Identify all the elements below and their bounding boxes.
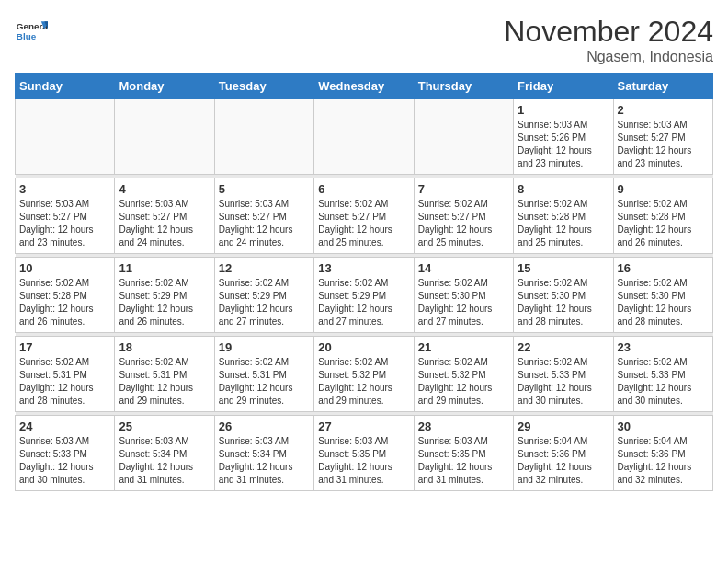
day-cell: 26Sunrise: 5:03 AM Sunset: 5:34 PM Dayli… bbox=[214, 416, 313, 491]
day-info: Sunrise: 5:03 AM Sunset: 5:27 PM Dayligh… bbox=[618, 119, 709, 170]
day-cell: 7Sunrise: 5:02 AM Sunset: 5:27 PM Daylig… bbox=[414, 178, 513, 254]
day-number: 10 bbox=[19, 261, 110, 275]
day-number: 16 bbox=[618, 261, 709, 275]
day-info: Sunrise: 5:02 AM Sunset: 5:28 PM Dayligh… bbox=[518, 198, 609, 249]
weekday-header-wednesday: Wednesday bbox=[314, 74, 414, 99]
logo: General Blue bbox=[15, 15, 48, 48]
weekday-header-friday: Friday bbox=[514, 74, 613, 99]
day-number: 28 bbox=[418, 419, 509, 433]
day-info: Sunrise: 5:03 AM Sunset: 5:26 PM Dayligh… bbox=[518, 119, 609, 170]
day-number: 27 bbox=[318, 419, 409, 433]
day-cell: 27Sunrise: 5:03 AM Sunset: 5:35 PM Dayli… bbox=[314, 416, 414, 491]
day-info: Sunrise: 5:02 AM Sunset: 5:32 PM Dayligh… bbox=[318, 356, 409, 408]
day-cell: 8Sunrise: 5:02 AM Sunset: 5:28 PM Daylig… bbox=[514, 178, 613, 254]
day-info: Sunrise: 5:02 AM Sunset: 5:29 PM Dayligh… bbox=[119, 277, 210, 328]
day-number: 24 bbox=[19, 419, 110, 433]
day-cell: 22Sunrise: 5:02 AM Sunset: 5:33 PM Dayli… bbox=[514, 337, 613, 412]
title-block: November 2024 Ngasem, Indonesia bbox=[504, 15, 713, 65]
day-number: 2 bbox=[618, 103, 709, 117]
weekday-header-saturday: Saturday bbox=[613, 74, 712, 99]
day-cell: 12Sunrise: 5:02 AM Sunset: 5:29 PM Dayli… bbox=[214, 258, 313, 333]
month-title: November 2024 bbox=[504, 15, 713, 49]
weekday-header-monday: Monday bbox=[115, 74, 214, 99]
day-info: Sunrise: 5:03 AM Sunset: 5:35 PM Dayligh… bbox=[418, 435, 509, 487]
day-cell: 2Sunrise: 5:03 AM Sunset: 5:27 PM Daylig… bbox=[613, 99, 712, 175]
day-info: Sunrise: 5:03 AM Sunset: 5:33 PM Dayligh… bbox=[19, 435, 110, 487]
day-info: Sunrise: 5:02 AM Sunset: 5:31 PM Dayligh… bbox=[19, 356, 110, 408]
day-info: Sunrise: 5:02 AM Sunset: 5:33 PM Dayligh… bbox=[618, 356, 709, 408]
day-cell: 17Sunrise: 5:02 AM Sunset: 5:31 PM Dayli… bbox=[16, 337, 115, 412]
day-cell bbox=[314, 99, 414, 175]
day-number: 11 bbox=[119, 261, 210, 275]
day-cell: 4Sunrise: 5:03 AM Sunset: 5:27 PM Daylig… bbox=[115, 178, 214, 254]
day-info: Sunrise: 5:02 AM Sunset: 5:30 PM Dayligh… bbox=[618, 277, 709, 328]
day-info: Sunrise: 5:02 AM Sunset: 5:30 PM Dayligh… bbox=[518, 277, 609, 328]
day-info: Sunrise: 5:02 AM Sunset: 5:31 PM Dayligh… bbox=[219, 356, 310, 408]
day-number: 15 bbox=[518, 261, 609, 275]
day-number: 3 bbox=[19, 182, 110, 196]
day-cell: 21Sunrise: 5:02 AM Sunset: 5:32 PM Dayli… bbox=[414, 337, 513, 412]
day-info: Sunrise: 5:03 AM Sunset: 5:35 PM Dayligh… bbox=[318, 435, 409, 487]
day-number: 6 bbox=[318, 182, 409, 196]
day-cell: 19Sunrise: 5:02 AM Sunset: 5:31 PM Dayli… bbox=[214, 337, 313, 412]
day-number: 23 bbox=[618, 340, 709, 354]
day-number: 30 bbox=[618, 419, 709, 433]
day-number: 20 bbox=[318, 340, 409, 354]
day-info: Sunrise: 5:03 AM Sunset: 5:34 PM Dayligh… bbox=[119, 435, 210, 487]
day-cell bbox=[414, 99, 513, 175]
day-cell: 25Sunrise: 5:03 AM Sunset: 5:34 PM Dayli… bbox=[115, 416, 214, 491]
day-number: 14 bbox=[418, 261, 509, 275]
day-info: Sunrise: 5:02 AM Sunset: 5:32 PM Dayligh… bbox=[418, 356, 509, 408]
day-info: Sunrise: 5:02 AM Sunset: 5:30 PM Dayligh… bbox=[418, 277, 509, 328]
day-number: 8 bbox=[518, 182, 609, 196]
day-number: 18 bbox=[119, 340, 210, 354]
day-info: Sunrise: 5:03 AM Sunset: 5:27 PM Dayligh… bbox=[119, 198, 210, 249]
day-info: Sunrise: 5:04 AM Sunset: 5:36 PM Dayligh… bbox=[618, 435, 709, 487]
weekday-header-thursday: Thursday bbox=[414, 74, 513, 99]
day-cell: 1Sunrise: 5:03 AM Sunset: 5:26 PM Daylig… bbox=[514, 99, 613, 175]
day-cell: 18Sunrise: 5:02 AM Sunset: 5:31 PM Dayli… bbox=[115, 337, 214, 412]
day-number: 7 bbox=[418, 182, 509, 196]
day-cell: 16Sunrise: 5:02 AM Sunset: 5:30 PM Dayli… bbox=[613, 258, 712, 333]
day-number: 5 bbox=[219, 182, 310, 196]
week-row-2: 3Sunrise: 5:03 AM Sunset: 5:27 PM Daylig… bbox=[16, 178, 713, 254]
day-info: Sunrise: 5:02 AM Sunset: 5:29 PM Dayligh… bbox=[219, 277, 310, 328]
day-cell: 13Sunrise: 5:02 AM Sunset: 5:29 PM Dayli… bbox=[314, 258, 414, 333]
day-info: Sunrise: 5:03 AM Sunset: 5:27 PM Dayligh… bbox=[219, 198, 310, 249]
day-number: 29 bbox=[518, 419, 609, 433]
day-number: 9 bbox=[618, 182, 709, 196]
page-header: General Blue November 2024 Ngasem, Indon… bbox=[15, 15, 713, 65]
day-cell: 29Sunrise: 5:04 AM Sunset: 5:36 PM Dayli… bbox=[514, 416, 613, 491]
day-number: 12 bbox=[219, 261, 310, 275]
day-number: 21 bbox=[418, 340, 509, 354]
day-number: 4 bbox=[119, 182, 210, 196]
day-number: 19 bbox=[219, 340, 310, 354]
day-cell bbox=[16, 99, 115, 175]
day-number: 25 bbox=[119, 419, 210, 433]
day-info: Sunrise: 5:02 AM Sunset: 5:29 PM Dayligh… bbox=[318, 277, 409, 328]
week-row-5: 24Sunrise: 5:03 AM Sunset: 5:33 PM Dayli… bbox=[16, 416, 713, 491]
day-cell: 3Sunrise: 5:03 AM Sunset: 5:27 PM Daylig… bbox=[16, 178, 115, 254]
day-cell: 11Sunrise: 5:02 AM Sunset: 5:29 PM Dayli… bbox=[115, 258, 214, 333]
logo-icon: General Blue bbox=[15, 15, 48, 48]
day-cell: 14Sunrise: 5:02 AM Sunset: 5:30 PM Dayli… bbox=[414, 258, 513, 333]
day-info: Sunrise: 5:02 AM Sunset: 5:28 PM Dayligh… bbox=[618, 198, 709, 249]
location-subtitle: Ngasem, Indonesia bbox=[504, 49, 713, 65]
day-cell: 24Sunrise: 5:03 AM Sunset: 5:33 PM Dayli… bbox=[16, 416, 115, 491]
day-cell: 5Sunrise: 5:03 AM Sunset: 5:27 PM Daylig… bbox=[214, 178, 313, 254]
day-cell: 6Sunrise: 5:02 AM Sunset: 5:27 PM Daylig… bbox=[314, 178, 414, 254]
day-cell: 23Sunrise: 5:02 AM Sunset: 5:33 PM Dayli… bbox=[613, 337, 712, 412]
week-row-4: 17Sunrise: 5:02 AM Sunset: 5:31 PM Dayli… bbox=[16, 337, 713, 412]
weekday-header-sunday: Sunday bbox=[16, 74, 115, 99]
day-number: 1 bbox=[518, 103, 609, 117]
weekday-header-row: SundayMondayTuesdayWednesdayThursdayFrid… bbox=[16, 74, 713, 99]
calendar-table: SundayMondayTuesdayWednesdayThursdayFrid… bbox=[15, 73, 713, 491]
day-info: Sunrise: 5:02 AM Sunset: 5:27 PM Dayligh… bbox=[318, 198, 409, 249]
day-info: Sunrise: 5:04 AM Sunset: 5:36 PM Dayligh… bbox=[518, 435, 609, 487]
day-info: Sunrise: 5:02 AM Sunset: 5:31 PM Dayligh… bbox=[119, 356, 210, 408]
week-row-1: 1Sunrise: 5:03 AM Sunset: 5:26 PM Daylig… bbox=[16, 99, 713, 175]
day-cell: 20Sunrise: 5:02 AM Sunset: 5:32 PM Dayli… bbox=[314, 337, 414, 412]
weekday-header-tuesday: Tuesday bbox=[214, 74, 313, 99]
week-row-3: 10Sunrise: 5:02 AM Sunset: 5:28 PM Dayli… bbox=[16, 258, 713, 333]
day-cell: 10Sunrise: 5:02 AM Sunset: 5:28 PM Dayli… bbox=[16, 258, 115, 333]
